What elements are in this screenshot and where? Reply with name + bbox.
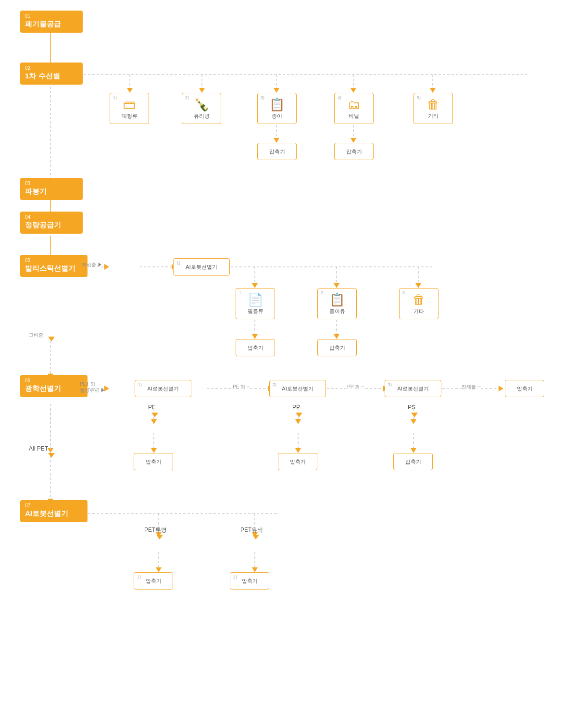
step-04-label: 04 정량공급기: [20, 212, 83, 234]
high-weight-label: 고비중: [29, 332, 43, 339]
svg-marker-4: [127, 88, 133, 93]
svg-marker-71: [252, 567, 258, 572]
svg-marker-10: [351, 88, 356, 93]
svg-marker-33: [334, 334, 339, 339]
pp-label: PP: [292, 404, 300, 411]
svg-marker-69: [156, 567, 162, 572]
ai-robot-step05: 1) AI로봇선별기: [173, 258, 230, 276]
category-box-glass: 2) 🍾 유리병: [182, 93, 221, 124]
category-box-paper-type: 2 📋 종이류: [317, 288, 357, 319]
svg-marker-12: [430, 88, 436, 93]
svg-marker-76: [48, 453, 55, 458]
svg-marker-14: [274, 138, 279, 143]
category-box-paper: 3) 📋 종이: [257, 93, 297, 124]
compressor-paper: 압축기: [257, 143, 297, 160]
ps-arrow: [411, 413, 418, 421]
svg-marker-72: [48, 337, 55, 341]
compressor-film: 압축기: [236, 339, 275, 356]
all-pet-label: All PET: [29, 445, 48, 452]
svg-marker-56: [151, 448, 157, 453]
pet-clear-arrow: [156, 535, 163, 543]
pp-arrow: [296, 413, 302, 421]
svg-marker-27: [334, 283, 339, 288]
svg-marker-16: [351, 138, 356, 143]
category-box-large: 1) 🗃 대형류: [110, 93, 149, 124]
step-01-label: 01 폐기물공급: [20, 11, 83, 33]
step-02-label: 02 1차 수선별: [20, 63, 83, 85]
ai-robot-step06-1: 1) AI로봇선별기: [135, 380, 191, 397]
step-03-label: 03 파봉기: [20, 178, 83, 200]
svg-marker-78: [252, 535, 259, 540]
pet-clear-label: PET투명: [144, 526, 167, 534]
ps-label: PS: [408, 404, 415, 411]
svg-marker-8: [274, 88, 279, 93]
compressor-pe: 압축기: [134, 453, 173, 470]
pet-color-arrow: [252, 535, 259, 543]
compressor-step06-right: 압축기: [505, 380, 544, 397]
svg-marker-60: [411, 448, 416, 453]
category-box-vinyl: 4) 🗂 비닐: [334, 93, 374, 124]
pe-label: PE: [148, 404, 156, 411]
svg-marker-54: [48, 448, 53, 453]
svg-marker-6: [199, 88, 205, 93]
high-weight-arrow: [48, 337, 55, 345]
compressor-vinyl: 압축기: [334, 143, 374, 160]
svg-marker-77: [156, 535, 163, 540]
svg-marker-20: [104, 264, 109, 270]
ai-robot-step06-2: 2) AI로봇선별기: [269, 380, 326, 397]
pet-color-label: PET유색: [240, 526, 263, 534]
svg-marker-46: [499, 386, 503, 391]
svg-marker-75: [411, 413, 418, 417]
svg-marker-58: [295, 448, 301, 453]
step-05-label: 05 발리스틱선별기: [20, 255, 88, 277]
category-box-etc1: 5) 🗑 기타: [413, 93, 453, 124]
svg-marker-73: [151, 413, 158, 417]
pp-out-label: PP 외 ─: [347, 384, 364, 390]
svg-marker-74: [296, 413, 302, 417]
category-box-etc2: 3 🗑 기타: [399, 288, 438, 319]
pe-arrow: [151, 413, 158, 421]
svg-marker-29: [415, 283, 421, 288]
category-box-film: 1 📄 필름류: [236, 288, 275, 319]
compressor-pet-clear: 1) 압축기: [134, 572, 173, 590]
pe-out-label: PE 외 ─: [233, 384, 250, 390]
compressor-pet-color: 2) 압축기: [230, 572, 269, 590]
step-07-label: 07 AI로봇선별기: [20, 500, 88, 522]
compressor-ps: 압축기: [393, 453, 433, 470]
compressor-pp: 압축기: [278, 453, 317, 470]
step-06-label: 06 광학선별기: [20, 375, 88, 397]
svg-marker-25: [252, 283, 258, 288]
ai-robot-step06-3: 3) AI로봇선별기: [385, 380, 441, 397]
low-weight-label: 저비중 ▶: [82, 262, 102, 268]
compressor-paper-type: 압축기: [317, 339, 357, 356]
svg-marker-31: [252, 334, 258, 339]
residue-label: 잔재물 ─: [462, 384, 481, 390]
pet-synth-label: PET 외합성수지 ▶: [80, 381, 105, 393]
all-pet-arrow: [48, 453, 55, 462]
